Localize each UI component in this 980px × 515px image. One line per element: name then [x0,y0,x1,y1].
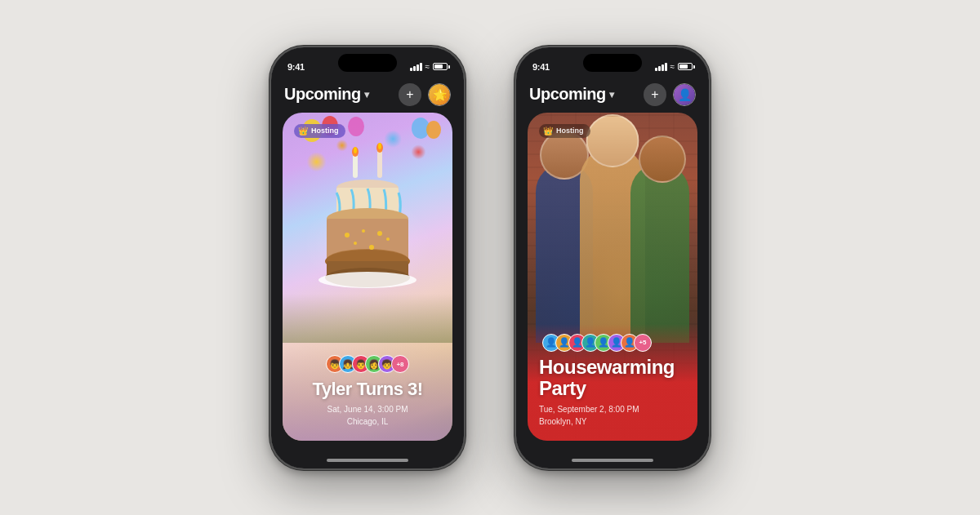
chevron-down-icon-2: ▾ [609,89,614,100]
hosting-badge-1: 👑 Hosting [294,124,345,138]
phone-1-screen: 9:41 ≈ Upcoming [271,47,464,468]
svg-point-12 [345,233,350,238]
hw-event-date: Tue, September 2, 8:00 PM [539,403,686,415]
svg-point-3 [354,147,357,153]
status-time-1: 9:41 [287,62,305,72]
signal-bar-6 [658,66,661,71]
signal-bar-5 [655,68,657,71]
signal-bar-3 [416,64,419,71]
hosting-badge-text-1: Hosting [311,127,339,135]
svg-point-15 [386,238,390,241]
crown-icon-1: 👑 [298,127,308,135]
hw-attendees-row: 👤 👤 👤 👤 👤 👤 👤 +5 [539,334,686,352]
profile-avatar-1[interactable]: 🌟 [428,83,451,106]
hosting-badge-2: 👑 Hosting [539,124,590,138]
svg-point-21 [318,272,416,288]
cake-svg [310,137,425,300]
balloon-5 [348,117,364,136]
card-area-2: 👑 Hosting 👤 👤 👤 👤 👤 [516,113,709,452]
people-group [528,162,697,343]
nav-title-1[interactable]: Upcoming ▾ [284,85,368,104]
head-center [586,114,639,167]
phone-1-body: 9:41 ≈ Upcoming [270,46,466,470]
battery-icon-1 [433,63,448,70]
balloon-4 [426,121,441,139]
hw-event-details: Tue, September 2, 8:00 PM Brooklyn, NY [539,403,686,428]
home-indicator-2 [516,452,709,468]
phone-2-body: 9:41 ≈ Upcoming [514,46,710,470]
signal-bar-8 [665,63,667,71]
add-event-button-2[interactable]: + [644,83,666,106]
home-bar-2 [572,459,653,462]
nav-title-2[interactable]: Upcoming ▾ [529,85,613,104]
foliage-bg [283,294,452,343]
nav-header-1: Upcoming ▾ + 🌟 [271,80,464,113]
phone-2: 9:41 ≈ Upcoming [514,46,710,470]
nav-title-text-2: Upcoming [529,85,606,104]
crown-icon-2: 👑 [543,127,553,135]
housewarming-card-bottom: 👤 👤 👤 👤 👤 👤 👤 +5 Housewarming Party [528,324,697,441]
status-icons-1: ≈ [410,62,448,71]
nav-actions-2: + 👤 [644,83,696,106]
hw-attendee-count: +5 [634,334,652,352]
signal-bar-4 [420,63,422,71]
status-icons-2: ≈ [655,62,693,71]
avatar-image-1: 🌟 [429,84,450,105]
dynamic-island-2 [583,54,642,72]
person-right [630,163,689,343]
event-date-1: Sat, June 14, 3:00 PM [294,403,441,415]
svg-point-17 [369,245,374,250]
card-bottom-1: 👦 👧 👨 👩 🧒 +8 Tyler Turns 3! Sat, June 14… [283,345,452,440]
battery-fill-2 [679,64,688,69]
svg-point-14 [377,231,382,236]
profile-avatar-2[interactable]: 👤 [673,83,696,106]
battery-fill-1 [434,64,443,69]
chevron-down-icon-1: ▾ [364,89,369,100]
signal-bar-7 [662,64,664,71]
nav-title-text-1: Upcoming [284,85,361,104]
battery-icon-2 [678,63,693,70]
wifi-icon-1: ≈ [425,62,430,71]
card-area-1: 👑 Hosting 👦 👧 👨 👩 🧒 [271,113,464,452]
signal-bar-1 [410,68,412,71]
hw-attendees-avatars: 👤 👤 👤 👤 👤 👤 👤 +5 [542,334,652,352]
event-title-1: Tyler Turns 3! [294,380,441,399]
hw-event-location: Brooklyn, NY [539,415,686,428]
attendee-count-1: +8 [391,355,409,373]
home-bar-1 [327,459,408,462]
home-indicator-1 [271,452,464,468]
phone-2-screen: 9:41 ≈ Upcoming [516,47,709,468]
signal-bars-2 [655,63,667,71]
signal-bar-2 [413,66,416,71]
svg-point-16 [354,242,357,245]
attendees-row-1: 👦 👧 👨 👩 🧒 +8 [294,355,441,373]
svg-rect-1 [377,149,382,178]
event-location-1: Chicago, IL [294,415,441,428]
nav-header-2: Upcoming ▾ + 👤 [516,80,709,113]
wifi-icon-2: ≈ [670,62,675,71]
hosting-badge-text-2: Hosting [556,127,584,135]
phone-1: 9:41 ≈ Upcoming [270,46,466,470]
svg-point-13 [362,229,365,233]
nav-actions-1: + 🌟 [399,83,451,106]
svg-rect-0 [353,153,358,178]
signal-bars-1 [410,63,422,71]
status-time-2: 9:41 [532,62,550,72]
attendees-avatars-1: 👦 👧 👨 👩 🧒 +8 [326,355,409,373]
hw-event-title: Housewarming Party [539,357,686,400]
event-details-1: Sat, June 14, 3:00 PM Chicago, IL [294,403,441,428]
head-right [639,135,686,183]
event-card-1[interactable]: 👑 Hosting 👦 👧 👨 👩 🧒 [283,113,452,441]
svg-point-5 [378,143,381,149]
dynamic-island-1 [338,54,397,72]
add-event-button-1[interactable]: + [399,83,421,106]
cake-container [310,137,425,300]
avatar-image-2: 👤 [674,84,695,105]
event-card-2[interactable]: 👑 Hosting 👤 👤 👤 👤 👤 [528,113,697,441]
